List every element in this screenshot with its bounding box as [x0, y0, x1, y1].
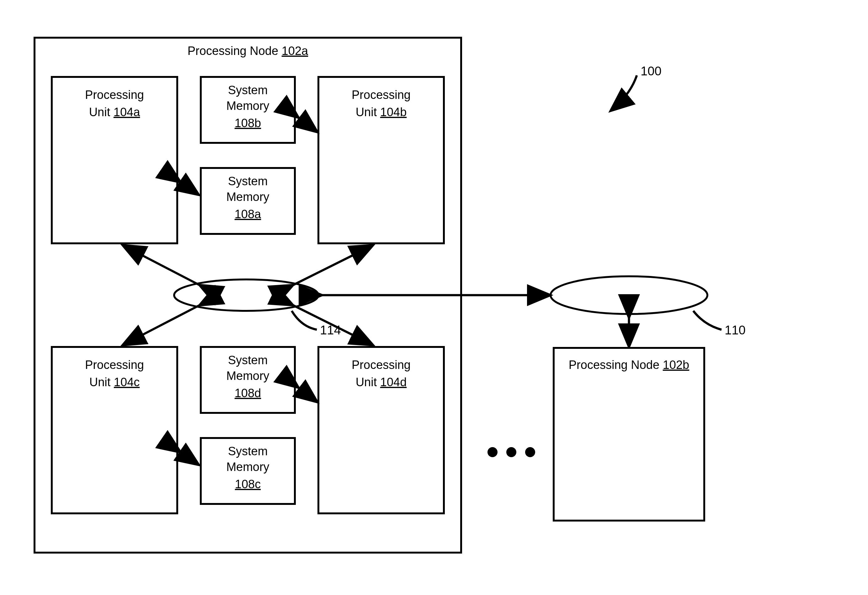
mem-108c-id: 108c [235, 478, 261, 491]
mem-108d-id: 108d [235, 386, 261, 400]
unit-104d-l1: Processing [352, 358, 410, 372]
mem-108d-l2: Memory [226, 369, 269, 382]
node-102b-label: Processing Node 102b [569, 358, 689, 372]
unit-104a-l2: Unit 104a [89, 105, 140, 119]
leader-110 [693, 311, 722, 330]
label-110: 110 [725, 323, 745, 337]
mem-108c-l1: System [228, 445, 268, 458]
ellipsis-icon [487, 447, 535, 457]
unit-104d-l2: Unit 104d [356, 376, 407, 389]
svg-point-0 [487, 447, 497, 457]
unit-104b-box [318, 77, 444, 243]
diagram-svg: Processing Node 102a Processing Unit 104… [0, 0, 868, 595]
svg-point-1 [506, 447, 516, 457]
mem-108b-l1: System [228, 83, 268, 97]
node-102a-label: Processing Node 102a [187, 44, 309, 58]
unit-104a-box [52, 77, 177, 243]
mem-108b-l2: Memory [226, 99, 269, 112]
mem-108c-l2: Memory [226, 460, 269, 474]
unit-104d-box [318, 347, 444, 514]
unit-104c-box [52, 347, 177, 514]
mem-108a-id: 108a [235, 207, 261, 221]
mem-108d-l1: System [228, 354, 268, 367]
label-114: 114 [320, 323, 341, 337]
leader-100 [612, 75, 637, 110]
mem-108a-l1: System [228, 175, 268, 188]
unit-104b-l1: Processing [352, 88, 410, 101]
mem-108b-id: 108b [235, 117, 261, 130]
label-100: 100 [641, 64, 661, 78]
unit-104b-l2: Unit 104b [356, 105, 407, 119]
mem-108a-l2: Memory [226, 190, 269, 203]
ellipse-110 [551, 276, 707, 314]
node-102b-box [554, 348, 704, 521]
unit-104c-l1: Processing [85, 358, 144, 372]
unit-104c-l2: Unit 104c [89, 376, 140, 389]
unit-104a-l1: Processing [85, 88, 144, 101]
svg-point-2 [525, 447, 535, 457]
